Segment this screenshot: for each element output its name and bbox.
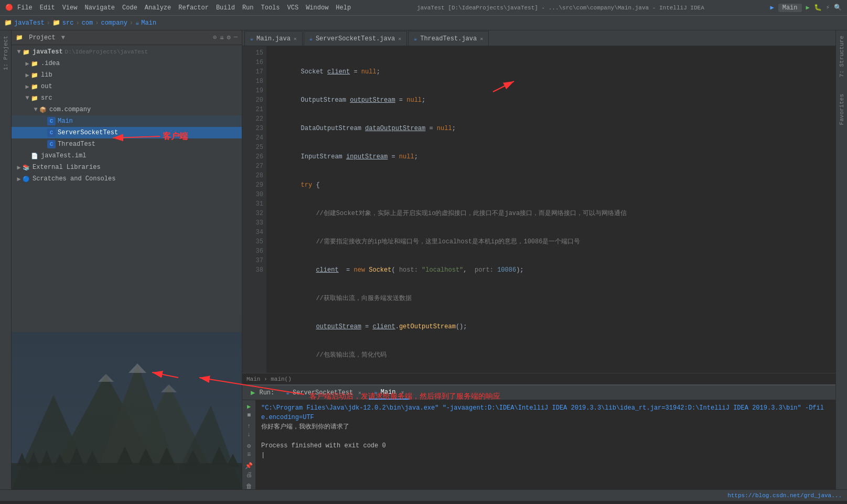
search-everywhere[interactable]: 🔍 [834, 4, 842, 12]
menu-help[interactable]: Help [336, 4, 351, 12]
folder-icon-out: 📁 [30, 82, 39, 91]
pin-btn[interactable]: 📌 [244, 462, 254, 470]
tree-item-com-company[interactable]: ▼ 📦 com.company [12, 104, 242, 115]
structure-label[interactable]: 7: Structure [839, 33, 845, 80]
tab-label-sst: ServerSocketTest.java [316, 35, 395, 42]
stop-btn[interactable]: ■ [244, 412, 254, 419]
menu-view[interactable]: View [62, 4, 78, 12]
tree-label-com: com.company [49, 106, 91, 113]
tree-item-serversockettest[interactable]: ▶ C ServerSocketTest [12, 127, 242, 138]
breadcrumb-com[interactable]: com [82, 19, 93, 27]
nav-separator-4: › [130, 19, 133, 27]
breadcrumb-folder-icon: 📁 [52, 19, 60, 27]
bottom-panel: ▶ Run: ☕ ServerSocketTest ✕ ☕ Main ✕ ▶ ■ [242, 384, 835, 489]
menu-analyze[interactable]: Analyze [145, 4, 171, 12]
settings-icon[interactable]: ⚙ [227, 34, 231, 41]
tree-item-threadtest[interactable]: ▶ C ThreadTest [12, 138, 242, 150]
statusbar-url: https://blog.csdn.net/grd_java... [727, 492, 842, 499]
bottom-content: ▶ ■ ↑ ↓ ⚙ ≡ 📌 🖨 🗑 "C:\Program Files\Java… [242, 400, 835, 489]
tab-threadtest-java[interactable]: ☕ ThreadTest.java ✕ [408, 31, 489, 46]
bottom-tab-main[interactable]: ☕ Main ✕ [369, 385, 409, 400]
run-button[interactable]: ▶ [806, 4, 810, 12]
window-title: javaTest [D:\IdeaProjects\javaTest] - ..… [351, 5, 770, 11]
menu-window[interactable]: Window [306, 4, 328, 12]
menu-vcs[interactable]: VCS [287, 4, 299, 12]
collapse-all-icon[interactable]: ⇊ [220, 34, 223, 41]
console-output-line1: 你好客户端，我收到你的请求了 [261, 422, 830, 432]
tree-item-out[interactable]: ▶ 📁 out [12, 81, 242, 92]
menu-file[interactable]: File [17, 4, 33, 12]
tree-label-sst: ServerSocketTest [58, 129, 118, 136]
menu-build[interactable]: Build [216, 4, 235, 12]
tree-item-src[interactable]: ▼ 📁 src [12, 92, 242, 104]
statusbar: https://blog.csdn.net/grd_java... [0, 489, 847, 501]
tab-icon-tt: ☕ [414, 36, 417, 42]
run-icon[interactable]: ▶ [770, 4, 774, 12]
tab-close-tt[interactable]: ✕ [480, 36, 483, 42]
tree-item-idea[interactable]: ▶ 📁 .idea [12, 58, 242, 69]
filter-btn[interactable]: ≡ [244, 451, 254, 458]
console-output: "C:\Program Files\Java\jdk-12.0.2\bin\ja… [256, 400, 835, 489]
console-process-line: Process finished with exit code 0 [261, 441, 830, 451]
tab-main-java[interactable]: ☕ Main.java ✕ [244, 31, 303, 46]
console-output-line2 [261, 432, 830, 441]
tree-item-iml[interactable]: ▶ 📄 javaTest.iml [12, 150, 242, 162]
tab-server-close[interactable]: ✕ [358, 390, 361, 396]
menu-tools[interactable]: Tools [261, 4, 280, 12]
run-again-btn[interactable]: ▶ [244, 403, 254, 411]
tree-label-tt: ThreadTest [58, 141, 95, 148]
tree-label-iml: javaTest.iml [41, 152, 86, 159]
project-panel-header: 📁 Project ▼ ⊙ ⇊ ⚙ — [12, 30, 242, 45]
titlebar: 🔴 File Edit View Navigate Code Analyze R… [0, 0, 847, 16]
close-btn2[interactable]: 🗑 [244, 482, 254, 489]
debug-button[interactable]: 🐛 [814, 4, 822, 12]
breadcrumb-company[interactable]: company [101, 19, 127, 27]
expand-arrow-scratch: ▶ [16, 175, 22, 183]
tab-icon-sst: ☕ [309, 36, 313, 42]
code-line-18: InputStream inputStream = null; [271, 152, 831, 162]
menu-code[interactable]: Code [122, 4, 137, 12]
right-sidebar: 7: Structure Favorites [835, 30, 847, 489]
tree-label: javaTest [33, 48, 63, 56]
breadcrumb-src[interactable]: src [62, 19, 74, 27]
scope-icon[interactable]: ⊙ [213, 34, 217, 41]
tree-label-out: out [41, 83, 52, 90]
print-btn[interactable]: 🖨 [244, 471, 254, 479]
run-coverage-button[interactable]: ⚡ [826, 4, 830, 12]
tree-item-lib[interactable]: ▶ 📁 lib [12, 69, 242, 81]
tab-main-icon: ☕ [374, 389, 378, 395]
favorites-label[interactable]: Favorites [839, 91, 845, 128]
run-text: Run: [259, 389, 274, 396]
menu-edit[interactable]: Edit [40, 4, 55, 12]
code-editor[interactable]: Socket client = null; OutputStream outpu… [266, 46, 835, 373]
tree-item-scratches[interactable]: ▶ 🔵 Scratches and Consoles [12, 173, 242, 185]
bottom-tab-serversockettest[interactable]: ☕ ServerSocketTest ✕ [281, 385, 367, 400]
console-cursor: | [261, 451, 830, 460]
menu-run[interactable]: Run [242, 4, 254, 12]
breadcrumb-project[interactable]: javaTest [14, 19, 45, 27]
expand-arrow-out: ▶ [24, 83, 30, 91]
tab-close-sst[interactable]: ✕ [398, 36, 401, 42]
scroll-up-btn[interactable]: ↑ [244, 423, 254, 430]
tab-label-main: Main.java [256, 35, 291, 42]
tree-item-ext-libs[interactable]: ▶ 📚 External Libraries [12, 162, 242, 173]
sidebar-project-label[interactable]: 1: Project [3, 33, 9, 73]
tree-item-javatest[interactable]: ▼ 📁 javaTest D:\IdeaProjects\javaTest [12, 46, 242, 58]
menu-refactor[interactable]: Refactor [178, 4, 209, 12]
tab-serversocket-java[interactable]: ☕ ServerSocketTest.java ✕ [304, 31, 407, 46]
expand-arrow-idea: ▶ [24, 60, 30, 68]
tab-close-main[interactable]: ✕ [294, 36, 297, 42]
minimize-icon[interactable]: — [234, 34, 238, 41]
scratch-icon: 🔵 [22, 175, 30, 183]
tab-main-close[interactable]: ✕ [401, 389, 404, 395]
breadcrumb-main[interactable]: Main [141, 19, 156, 27]
iml-icon: 📄 [30, 152, 39, 160]
folder-icon: 📁 [22, 48, 30, 56]
menu-bar: File Edit View Navigate Code Analyze Ref… [17, 4, 351, 12]
tree-label-lib: lib [41, 71, 52, 79]
settings-btn[interactable]: ⚙ [244, 442, 254, 450]
tree-item-main[interactable]: ▶ C Main [12, 115, 242, 127]
menu-navigate[interactable]: Navigate [84, 4, 115, 12]
scroll-down-btn[interactable]: ↓ [244, 431, 254, 438]
java-icon-sst: C [47, 128, 56, 137]
